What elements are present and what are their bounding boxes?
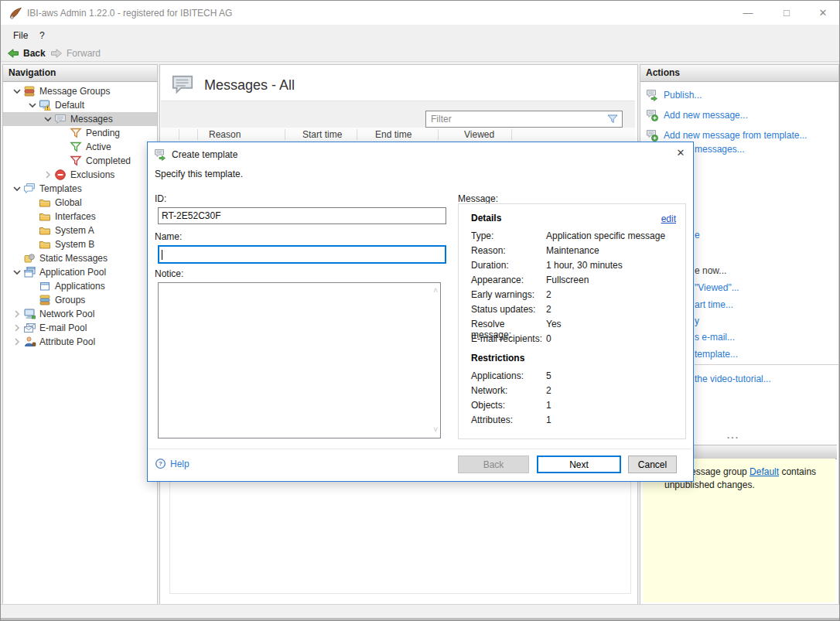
- publish-icon: [646, 89, 658, 101]
- network-icon: [23, 308, 36, 320]
- sidebar-item-static-messages[interactable]: Static Messages: [3, 251, 157, 265]
- column-header-viewed[interactable]: Viewed: [464, 129, 494, 140]
- sidebar-item-completed[interactable]: Completed: [3, 154, 157, 168]
- menu-file[interactable]: File: [9, 29, 32, 42]
- chevron-spacer: [26, 238, 39, 251]
- help-link[interactable]: ? Help: [155, 458, 190, 469]
- chevron-right-icon[interactable]: [11, 336, 23, 348]
- sidebar-item-templates[interactable]: Templates: [3, 182, 157, 196]
- sidebar-item-attribute-pool[interactable]: Attribute Pool: [3, 335, 157, 349]
- navigation-header: Navigation: [3, 65, 157, 82]
- action-link-fragment[interactable]: the video-tutorial...: [695, 374, 771, 384]
- message-add-icon: [646, 129, 658, 142]
- actions-list: Publish...Add new message...Add new mess…: [646, 85, 837, 145]
- sidebar-item-groups[interactable]: Groups: [3, 293, 157, 307]
- sidebar-item-label: Interfaces: [52, 211, 96, 222]
- action-add-new-message[interactable]: Add new message...: [646, 105, 837, 125]
- sidebar-item-message-groups[interactable]: Message Groups: [3, 84, 157, 98]
- name-field[interactable]: [158, 245, 446, 264]
- filter-bar: [161, 101, 635, 128]
- summary-key: Appearance:: [471, 275, 546, 289]
- action-link-fragment[interactable]: template...: [695, 349, 738, 360]
- menu-help[interactable]: ?: [36, 29, 49, 42]
- action-publish[interactable]: Publish...: [646, 85, 837, 105]
- column-separator: [285, 129, 285, 140]
- sidebar-item-e-mail-pool[interactable]: E-mail Pool: [3, 321, 157, 335]
- message-label: Message:: [458, 193, 498, 204]
- next-button[interactable]: Next: [537, 456, 621, 473]
- cancel-button[interactable]: Cancel: [628, 456, 677, 473]
- column-header-start-time[interactable]: Start time: [302, 129, 342, 140]
- summary-value: Fullscreen: [546, 275, 589, 289]
- chevron-right-icon[interactable]: [42, 169, 54, 181]
- splitter-handle[interactable]: ...: [727, 430, 739, 441]
- funnel-orange-icon: [70, 127, 83, 139]
- notice-field[interactable]: ˄ ˅: [158, 282, 441, 438]
- toolbar: Back Forward: [1, 45, 839, 62]
- scroll-up-icon[interactable]: ˄: [433, 287, 438, 295]
- sidebar-item-active[interactable]: Active: [3, 140, 157, 154]
- sidebar-item-system-b[interactable]: System B: [3, 237, 157, 251]
- scroll-down-icon[interactable]: ˅: [433, 426, 438, 434]
- filter-funnel-icon[interactable]: [606, 113, 622, 125]
- funnel-red-icon: [70, 155, 83, 167]
- sidebar-item-messages[interactable]: Messages: [3, 112, 157, 126]
- summary-key: Reason:: [471, 245, 546, 260]
- chevron-right-icon[interactable]: [11, 308, 23, 320]
- table-header-row: ReasonStart timeEnd timeViewed: [161, 128, 635, 142]
- filter-input[interactable]: [426, 114, 606, 125]
- action-link-fragment[interactable]: s e-mail...: [695, 332, 735, 343]
- sidebar-item-default[interactable]: Default: [3, 98, 157, 112]
- sidebar-item-global[interactable]: Global: [3, 196, 157, 210]
- forward-button[interactable]: Forward: [50, 46, 101, 60]
- chevron-down-icon[interactable]: [42, 113, 54, 125]
- default-group-link[interactable]: Default: [750, 466, 779, 477]
- sidebar-item-label: Active: [83, 142, 111, 152]
- chevron-down-icon[interactable]: [11, 183, 23, 195]
- windows2-icon: [23, 266, 36, 278]
- sidebar-item-application-pool[interactable]: Application Pool: [3, 265, 157, 279]
- menu-bar: File ?: [1, 25, 839, 45]
- chevron-down-icon[interactable]: [11, 266, 23, 278]
- close-button[interactable]: ✕: [810, 5, 836, 22]
- summary-value: 2: [546, 289, 551, 304]
- navigation-tree: Message GroupsDefault MessagesPendingAct…: [3, 84, 157, 349]
- chevron-spacer: [26, 280, 39, 292]
- sidebar-item-applications[interactable]: Applications: [3, 279, 157, 293]
- dialog-close-icon[interactable]: ✕: [672, 145, 689, 161]
- column-separator: [197, 129, 198, 140]
- back-wizard-button[interactable]: Back: [458, 456, 529, 473]
- sidebar-item-network-pool[interactable]: Network Pool: [3, 307, 157, 321]
- sidebar-item-interfaces[interactable]: Interfaces: [3, 210, 157, 223]
- column-separator: [179, 129, 179, 140]
- column-header-reason[interactable]: Reason: [209, 129, 241, 140]
- sidebar-item-system-a[interactable]: System A: [3, 223, 157, 237]
- column-header-end-time[interactable]: End time: [375, 129, 411, 140]
- chevron-down-icon[interactable]: [26, 99, 39, 111]
- minimize-button[interactable]: —: [735, 5, 761, 22]
- window1-icon: [39, 280, 52, 292]
- summary-value: Application specific message: [546, 230, 665, 245]
- gear-box-icon: [23, 252, 36, 264]
- message-add-icon: [646, 109, 658, 121]
- chevron-down-icon[interactable]: [11, 85, 23, 97]
- back-button[interactable]: Back: [7, 46, 46, 60]
- sidebar-item-exclusions[interactable]: Exclusions: [3, 168, 157, 182]
- action-link-fragment[interactable]: art time...: [695, 299, 733, 310]
- summary-key: Objects:: [471, 400, 546, 415]
- sidebar-item-pending[interactable]: Pending: [3, 126, 157, 140]
- create-template-dialog: Create template ✕ Specify this template.…: [147, 142, 694, 482]
- notice-label: Notice:: [155, 268, 183, 279]
- maximize-button[interactable]: □: [773, 5, 800, 22]
- sidebar-item-label: System B: [52, 239, 94, 250]
- action-link-fragment[interactable]: "Viewed"...: [695, 282, 739, 293]
- forward-arrow-icon: [50, 47, 63, 60]
- edit-link[interactable]: edit: [661, 213, 676, 224]
- id-field[interactable]: RT-2E52C30F: [158, 207, 446, 224]
- column-separator: [357, 129, 357, 140]
- chevron-right-icon[interactable]: [11, 322, 23, 334]
- action-link-fragment[interactable]: y: [695, 316, 699, 326]
- message-summary-box: Details edit Type:Application specific m…: [458, 203, 686, 439]
- action-link-fragment[interactable]: messages...: [695, 144, 745, 155]
- action-link-fragment[interactable]: e: [695, 230, 700, 241]
